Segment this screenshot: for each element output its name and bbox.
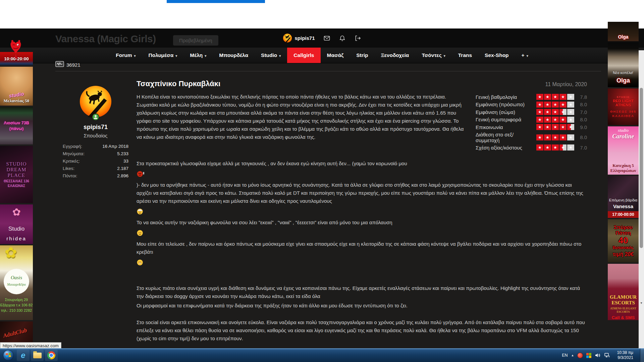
right-ad-rail: OlgaΝέα κοπέλα!OlgaSTUDIORED LIGHT ATHEN… (608, 0, 639, 362)
ad-text: ΘΗΣΕΩΣ 365 (608, 110, 639, 113)
rating-label: Επικοινωνία (476, 124, 536, 130)
rating-value: 8.0 (574, 102, 587, 107)
ad-banner-liosion[interactable]: Λιοσίων 73Β(πάνω) (0, 107, 33, 144)
star-icon (536, 144, 543, 150)
ad-banner-olga[interactable]: Νέα κοπέλα!Olga (608, 43, 639, 87)
ad-banner-dreamplace[interactable]: STUDIODREAMPLACEΘΕΣΣΑΛΙΑΣ 136ΕΛΑΙΩΝΑΣ (0, 146, 33, 203)
rating-value: 7.0 (574, 109, 587, 115)
ad-banner-oasis[interactable]: OasisMassage&SpaΣτουρνάρη 29Εξάρχεια τ.κ… (0, 245, 33, 320)
rating-row: Εμφάνιση (πρόσωπο)8.0 (476, 102, 587, 108)
browser-tab-strip[interactable] (167, 0, 265, 3)
chevron-down-icon: ▾ (134, 54, 136, 58)
ad-banner-glamour[interactable]: GLAMOURESCORTSATHENS ELEGANTESCORTSCall … (608, 264, 639, 320)
ad-text: τηλ.: 210 330 2282 (0, 308, 33, 312)
star-icon (544, 117, 551, 123)
forum-page: Vanessa (Magic Girls) Προβεβλημένη spipi… (0, 28, 644, 349)
ad-banner-adultclub[interactable]: AdultClub (0, 321, 33, 344)
ad-banner-caroline[interactable]: studioCarolineΚατεχάκη 5Ελληνορώσων (608, 126, 639, 175)
site-logo-devil[interactable] (9, 39, 23, 62)
stat-label: Πόντοι: (63, 173, 77, 178)
ad-text: Νέα κοπέλα! (608, 71, 639, 75)
star-rating-icons (536, 94, 574, 100)
scrollbar[interactable]: ▾ (639, 50, 644, 349)
rating-value: 8.0 (574, 117, 587, 122)
start-button[interactable] (3, 350, 14, 361)
views-count: 36921 (66, 62, 80, 68)
user-cluster: spipis71 (283, 28, 361, 48)
user-menu[interactable]: spipis71 (283, 34, 315, 43)
taskbar-ie-button[interactable]: e (17, 350, 30, 361)
star-rating-icons (536, 109, 574, 115)
rating-row: Σχέση αξίας/κόστους7.0 (476, 144, 587, 150)
ad-banner-spyrou[interactable]: ΣπύρουΠάτση40Βοτανικόςτιμή 20€ (608, 219, 639, 262)
ad-text: Olga (608, 34, 639, 40)
taskbar-clock[interactable]: 10:38 πμ 9/3/2021 (613, 350, 637, 360)
review-paragraph: Στο κυρίως πιάτο είναι συνέχεια υγρή και… (137, 284, 587, 300)
ad-text: AdultClub (0, 326, 32, 340)
ad-text: ESCORTS (608, 300, 639, 306)
network-icon[interactable] (604, 352, 610, 358)
ad-text: ΘΕΣΣΑΛΙΑΣ 136 (0, 179, 33, 183)
star-icon (536, 117, 543, 123)
show-desktop-button[interactable] (640, 349, 644, 362)
star-icon (552, 102, 559, 108)
star-icon (567, 134, 574, 140)
clock-date: 9/3/2021 (618, 355, 633, 360)
star-icon (567, 102, 574, 108)
star-icon (536, 134, 543, 140)
nav-item-label: Πολυμέσα (149, 52, 174, 58)
ad-banner-rhidea[interactable]: Studiorhidea (0, 204, 33, 244)
tray-app-icon[interactable] (577, 353, 583, 358)
ad-banner-melantias[interactable]: studioΜελαντίας 50 (0, 67, 33, 106)
rating-label: Γενική βαθμολογία (476, 94, 536, 100)
language-indicator[interactable]: EN (562, 353, 568, 358)
ad-text: Στουρνάρη 29 (0, 298, 33, 302)
tray-expand-icon[interactable]: ▲ (571, 354, 574, 357)
ad-banner-vanessa[interactable]: Επόμενη βάρδιαVanessa17:00-00:00 (608, 176, 639, 218)
scrollbar-thumb[interactable] (640, 88, 643, 248)
review-paragraph: Στο social είναι αρκετά επικοινωνιακή κα… (137, 318, 587, 343)
volume-icon[interactable] (595, 352, 601, 358)
profile-stat-row: Κριτικές:33 (63, 159, 128, 164)
ad-text: STUDIO (0, 161, 33, 167)
paragraph-gap (137, 269, 587, 277)
taskbar-explorer-button[interactable] (31, 350, 44, 361)
star-icon (544, 94, 551, 100)
star-icon (559, 144, 567, 150)
nav-item-label: Studio (261, 52, 277, 58)
stat-label: Likes: (63, 166, 74, 171)
author-profile: spipis71 Σπουδαίος Εγγραφή:16 Απρ 2018Μη… (55, 73, 136, 349)
bell-icon[interactable] (339, 35, 346, 42)
envelope-icon[interactable] (324, 35, 330, 42)
nav-item-label: + (522, 52, 525, 58)
star-icon (552, 109, 559, 115)
ad-text: τιμή 20€ (608, 251, 639, 257)
ad-text: Olga (608, 77, 639, 84)
rating-row: Γενική συμπεριφορά8.0 (476, 117, 587, 123)
star-icon (559, 109, 567, 115)
ad-text: Ελληνορώσων (608, 168, 639, 173)
ad-text: STUDIO (608, 96, 639, 98)
scroll-down-icon[interactable]: ▾ (639, 301, 644, 305)
star-icon (567, 124, 574, 130)
chevron-down-icon: ▾ (175, 54, 177, 58)
star-icon (567, 117, 574, 123)
star-rating-icons (536, 102, 574, 108)
taskbar-chrome-button[interactable] (45, 350, 58, 361)
stat-value: 2.896 (117, 173, 128, 178)
logout-icon[interactable] (355, 35, 361, 42)
rating-value: 7.0 (574, 145, 587, 150)
ad-text: GLAMOUR (608, 294, 639, 300)
ad-banner-olga-top[interactable]: Olga (608, 22, 639, 41)
antivirus-icon[interactable] (586, 353, 591, 358)
ad-banner-redlight[interactable]: STUDIORED LIGHT ATHENSΘΗΣΕΩΣ 365ΚΑΛΛΙΘΕΑ (608, 88, 639, 125)
rating-row: Εμφάνιση (σώμα)7.0 (476, 109, 587, 115)
review-title: Τσαχπίνικο Πυρκαβλάκι (137, 79, 220, 88)
ad-text: Βοτανικός (608, 245, 639, 250)
nav-item-label: Ξενοδοχεία (381, 52, 409, 58)
star-icon (567, 94, 574, 100)
author-username[interactable]: spipis71 (84, 124, 108, 131)
promoted-button[interactable]: Προβεβλημένη (173, 35, 218, 46)
review-paragraph: Στα προκαταρκτικά γλωσοφίλια είχαμε αλλά… (137, 160, 587, 168)
author-stats: Εγγραφή:16 Απρ 2018Μηνύματα:5.233Κριτικέ… (63, 144, 128, 181)
